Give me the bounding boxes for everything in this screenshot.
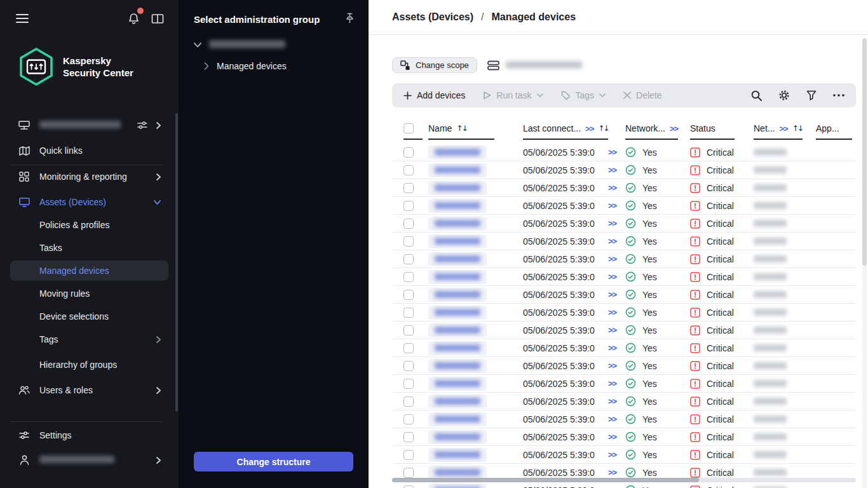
column-header-last-connected[interactable]: Last connect...>>↑↓: [523, 123, 608, 140]
row-checkbox[interactable]: [403, 219, 414, 229]
cell-expand-icon[interactable]: >>: [608, 165, 616, 175]
row-checkbox[interactable]: [403, 308, 414, 318]
cell-expand-icon[interactable]: >>: [608, 272, 616, 281]
column-expand-icon[interactable]: >>: [585, 124, 593, 133]
column-header-net-agent[interactable]: Net...>>↑↓: [754, 123, 803, 140]
sidebar-item-settings[interactable]: Settings: [10, 425, 168, 445]
row-checkbox[interactable]: [403, 147, 414, 158]
sidebar-item-quick-links[interactable]: Quick links: [10, 140, 168, 161]
chevron-down-icon[interactable]: [194, 43, 201, 48]
chevron-right-icon[interactable]: [156, 122, 161, 129]
device-name-link-redacted[interactable]: [428, 217, 487, 231]
row-checkbox[interactable]: [403, 290, 414, 300]
add-devices-button[interactable]: Add devices: [403, 90, 465, 100]
column-header-network[interactable]: Network...>>: [625, 123, 678, 140]
column-header-app[interactable]: App...: [816, 123, 852, 140]
row-checkbox[interactable]: [403, 379, 414, 389]
documentation-book-icon[interactable]: [149, 10, 166, 27]
change-scope-button[interactable]: Change scope: [392, 57, 477, 73]
select-all-checkbox[interactable]: [403, 123, 414, 133]
device-name-link-redacted[interactable]: [428, 234, 487, 248]
row-checkbox[interactable]: [403, 414, 414, 424]
sidebar-scrollbar[interactable]: [175, 113, 178, 412]
sort-icon[interactable]: ↑↓: [598, 124, 608, 133]
device-name-link-redacted[interactable]: [428, 412, 487, 426]
row-checkbox[interactable]: [403, 361, 414, 371]
run-task-button[interactable]: Run task: [483, 90, 543, 100]
row-checkbox[interactable]: [403, 343, 414, 353]
column-expand-icon[interactable]: >>: [670, 124, 678, 133]
cell-expand-icon[interactable]: >>: [608, 485, 616, 488]
cell-expand-icon[interactable]: >>: [608, 308, 616, 317]
device-name-link-redacted[interactable]: [428, 377, 487, 391]
device-name-link-redacted[interactable]: [428, 323, 487, 337]
device-name-link-redacted[interactable]: [428, 448, 487, 462]
row-checkbox[interactable]: [403, 272, 414, 282]
pin-icon[interactable]: [345, 13, 355, 24]
device-name-link-redacted[interactable]: [428, 359, 487, 373]
device-name-link-redacted[interactable]: [428, 484, 487, 488]
tree-item-managed-devices[interactable]: Managed devices: [204, 61, 287, 71]
device-name-link-redacted[interactable]: [428, 288, 487, 302]
device-name-link-redacted[interactable]: [428, 252, 487, 266]
device-name-link-redacted[interactable]: [428, 395, 487, 409]
row-checkbox[interactable]: [403, 485, 414, 488]
row-checkbox[interactable]: [403, 450, 414, 460]
hamburger-menu-icon[interactable]: [14, 10, 31, 27]
cell-expand-icon[interactable]: >>: [608, 468, 616, 477]
horizontal-scrollbar[interactable]: [392, 478, 856, 482]
cell-expand-icon[interactable]: >>: [608, 450, 616, 459]
change-structure-button[interactable]: Change structure: [194, 452, 353, 471]
more-options-icon[interactable]: [833, 94, 844, 97]
cell-expand-icon[interactable]: >>: [608, 325, 616, 335]
sidebar-item-tags[interactable]: Tags: [10, 329, 168, 349]
cell-expand-icon[interactable]: >>: [608, 361, 616, 370]
row-checkbox[interactable]: [403, 201, 414, 211]
row-checkbox[interactable]: [403, 432, 414, 442]
cell-expand-icon[interactable]: >>: [608, 414, 616, 424]
device-name-link-redacted[interactable]: [428, 181, 487, 195]
notifications-bell-icon[interactable]: [125, 10, 142, 27]
row-checkbox[interactable]: [403, 325, 414, 336]
cell-expand-icon[interactable]: >>: [608, 396, 616, 406]
server-properties-icon[interactable]: [137, 121, 147, 130]
row-checkbox[interactable]: [403, 468, 414, 478]
vertical-scrollbar[interactable]: [862, 38, 867, 488]
row-checkbox[interactable]: [403, 183, 414, 193]
sidebar-item-device-selections[interactable]: Device selections: [10, 306, 168, 327]
cell-expand-icon[interactable]: >>: [608, 147, 616, 157]
tags-button[interactable]: Tags: [561, 90, 606, 100]
device-name-link-redacted[interactable]: [428, 430, 487, 444]
cell-expand-icon[interactable]: >>: [608, 290, 616, 299]
sidebar-item-assets-devices[interactable]: Assets (Devices): [10, 192, 168, 212]
cell-expand-icon[interactable]: >>: [608, 379, 616, 388]
delete-button[interactable]: Delete: [623, 90, 661, 100]
device-name-link-redacted[interactable]: [428, 163, 487, 177]
column-expand-icon[interactable]: >>: [779, 124, 787, 133]
row-checkbox[interactable]: [403, 254, 414, 264]
sidebar-item-users-roles[interactable]: Users & roles: [10, 380, 168, 400]
sidebar-item-managed-devices[interactable]: Managed devices: [10, 261, 168, 281]
sort-icon[interactable]: ↑↓: [456, 124, 466, 133]
row-checkbox[interactable]: [403, 236, 414, 247]
sidebar-item-admin-server[interactable]: [10, 115, 168, 135]
cell-expand-icon[interactable]: >>: [608, 183, 616, 193]
cell-expand-icon[interactable]: >>: [608, 432, 616, 442]
device-name-link-redacted[interactable]: [428, 341, 487, 355]
sidebar-item-account[interactable]: [10, 450, 168, 470]
cell-expand-icon[interactable]: >>: [608, 201, 616, 210]
column-header-name[interactable]: Name↑↓: [428, 123, 494, 140]
sidebar-item-moving-rules[interactable]: Moving rules: [10, 283, 168, 304]
sidebar-item-tasks[interactable]: Tasks: [10, 238, 168, 258]
cell-expand-icon[interactable]: >>: [608, 254, 616, 264]
sidebar-item-hierarchy-of-groups[interactable]: Hierarchy of groups: [10, 355, 168, 375]
breadcrumb-assets-devices[interactable]: Assets (Devices): [392, 11, 473, 23]
column-header-status[interactable]: Status: [690, 123, 735, 140]
cell-expand-icon[interactable]: >>: [608, 236, 616, 246]
gear-icon[interactable]: [778, 90, 790, 101]
filter-icon[interactable]: [806, 90, 817, 100]
sort-icon[interactable]: ↑↓: [792, 124, 803, 133]
chevron-right-icon[interactable]: [204, 62, 209, 70]
sidebar-item-monitoring-reporting[interactable]: Monitoring & reporting: [10, 166, 168, 187]
cell-expand-icon[interactable]: >>: [608, 219, 616, 228]
